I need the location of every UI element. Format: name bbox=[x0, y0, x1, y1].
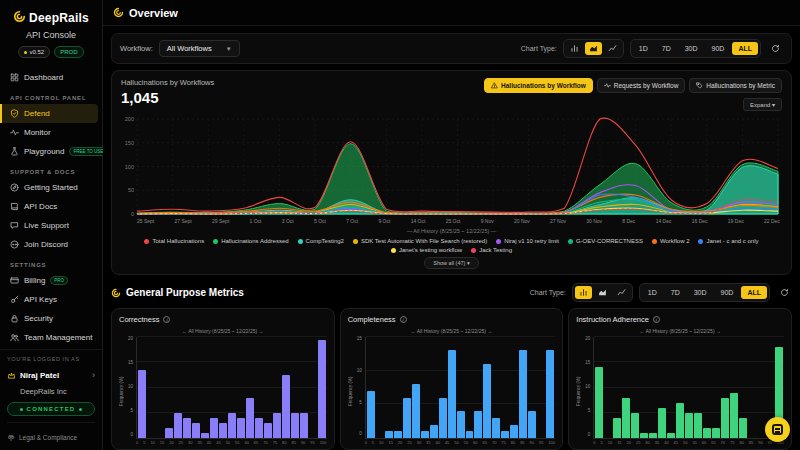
histogram-bar[interactable] bbox=[457, 411, 465, 438]
histogram-bar[interactable] bbox=[649, 433, 657, 438]
workflow-select[interactable]: All Workflows ▼ bbox=[159, 40, 240, 57]
histogram-bar[interactable] bbox=[138, 370, 146, 438]
tab-hallucinations-by-workflow[interactable]: Hallucinations by Workflow bbox=[484, 78, 593, 93]
legend-item-sdk-test-automatic-with-file-search-restored[interactable]: SDK Test Automatic With File Search (res… bbox=[353, 238, 487, 244]
legend-item-workflow-2[interactable]: Workflow 2 bbox=[652, 238, 690, 244]
legal-link[interactable]: Legal & Compliance bbox=[7, 422, 95, 446]
histogram-bar[interactable] bbox=[474, 411, 482, 438]
histogram-bar[interactable] bbox=[676, 403, 684, 438]
histogram-bar[interactable] bbox=[300, 413, 308, 438]
range-90d-button[interactable]: 90D bbox=[715, 286, 740, 299]
hallucinations-chart[interactable]: 050100150200 bbox=[121, 113, 782, 217]
histogram-bar[interactable] bbox=[483, 364, 491, 438]
chart-type-line-button[interactable] bbox=[604, 42, 621, 55]
histogram-bar[interactable] bbox=[237, 418, 245, 438]
tab-hallucinations-by-metric[interactable]: Hallucinations by Metric bbox=[689, 78, 782, 93]
legend-item-total-hallucinations[interactable]: Total Hallucinations bbox=[144, 238, 204, 244]
chart-type-bar-button[interactable] bbox=[566, 42, 583, 55]
histogram-bar[interactable] bbox=[546, 350, 554, 438]
sidebar-item-billing[interactable]: BillingPRO bbox=[0, 271, 102, 290]
histogram-bar[interactable] bbox=[219, 423, 227, 438]
histogram-bar[interactable] bbox=[685, 413, 693, 438]
histogram-bar[interactable] bbox=[721, 398, 729, 438]
histogram-bar[interactable] bbox=[403, 398, 411, 438]
histogram-bar[interactable] bbox=[492, 418, 500, 438]
user-menu[interactable]: Niraj Patel › bbox=[7, 366, 95, 384]
histogram-bar[interactable] bbox=[658, 408, 666, 438]
expand-button[interactable]: Expand ▾ bbox=[743, 98, 782, 111]
sidebar-item-api-docs[interactable]: API Docs bbox=[0, 197, 102, 216]
sidebar-item-getting-started[interactable]: Getting Started bbox=[0, 178, 102, 197]
show-all-button[interactable]: Show all (47) ▾ bbox=[424, 257, 478, 269]
histogram-bar[interactable] bbox=[730, 393, 738, 438]
legend-item-niraj-v1-10-retry-limit[interactable]: Niraj v1 10 retry limit bbox=[496, 238, 559, 244]
range-30d-button[interactable]: 30D bbox=[688, 286, 713, 299]
histogram-bar[interactable] bbox=[273, 413, 281, 438]
chart-type-area-button[interactable] bbox=[594, 286, 611, 299]
histogram-bar[interactable] bbox=[466, 431, 474, 438]
sidebar-item-team-management[interactable]: Team Management bbox=[0, 328, 102, 347]
range-all-button[interactable]: ALL bbox=[732, 42, 758, 55]
histogram-bar[interactable] bbox=[385, 431, 393, 438]
histogram-bar[interactable] bbox=[210, 418, 218, 438]
histogram-bar[interactable] bbox=[421, 431, 429, 438]
legend-item-janet-s-testing-workflow[interactable]: Janet's testing workflow bbox=[391, 247, 462, 253]
sidebar-item-join-discord[interactable]: Join Discord bbox=[0, 235, 102, 254]
legend-item-janet-c-and-c-only[interactable]: Janet - c and c only bbox=[698, 238, 758, 244]
histogram-bar[interactable] bbox=[595, 367, 603, 438]
info-icon[interactable]: i bbox=[653, 316, 660, 323]
range-7d-button[interactable]: 7D bbox=[656, 42, 677, 55]
histogram-bar[interactable] bbox=[264, 423, 272, 438]
metric-chart[interactable] bbox=[593, 337, 784, 439]
metric-chart[interactable] bbox=[136, 337, 327, 439]
histogram-bar[interactable] bbox=[291, 413, 299, 438]
info-icon[interactable]: i bbox=[163, 316, 170, 323]
histogram-bar[interactable] bbox=[739, 418, 747, 438]
histogram-bar[interactable] bbox=[246, 398, 254, 438]
histogram-bar[interactable] bbox=[667, 433, 675, 438]
info-icon[interactable]: i bbox=[400, 316, 407, 323]
sidebar-item-dashboard[interactable]: Dashboard bbox=[0, 68, 102, 87]
histogram-bar[interactable] bbox=[448, 350, 456, 438]
histogram-bar[interactable] bbox=[183, 418, 191, 438]
refresh-button[interactable] bbox=[776, 286, 792, 300]
sidebar-item-monitor[interactable]: Monitor bbox=[0, 123, 102, 142]
histogram-bar[interactable] bbox=[412, 384, 420, 438]
sidebar-item-live-support[interactable]: Live Support bbox=[0, 216, 102, 235]
metric-chart[interactable] bbox=[365, 337, 556, 439]
histogram-bar[interactable] bbox=[703, 428, 711, 438]
histogram-bar[interactable] bbox=[694, 413, 702, 438]
legend-item-jack-testing[interactable]: Jack Testing bbox=[471, 247, 512, 253]
histogram-bar[interactable] bbox=[201, 433, 209, 438]
range-30d-button[interactable]: 30D bbox=[679, 42, 704, 55]
refresh-button[interactable] bbox=[767, 42, 783, 56]
histogram-bar[interactable] bbox=[165, 428, 173, 438]
range-90d-button[interactable]: 90D bbox=[706, 42, 731, 55]
chart-type-area-button[interactable] bbox=[585, 42, 602, 55]
sidebar-item-api-keys[interactable]: API Keys bbox=[0, 290, 102, 309]
range-1d-button[interactable]: 1D bbox=[633, 42, 654, 55]
range-7d-button[interactable]: 7D bbox=[665, 286, 686, 299]
histogram-bar[interactable] bbox=[519, 350, 527, 438]
range-all-button[interactable]: ALL bbox=[741, 286, 767, 299]
histogram-bar[interactable] bbox=[439, 398, 447, 438]
histogram-bar[interactable] bbox=[394, 431, 402, 438]
chart-type-bar-button[interactable] bbox=[575, 286, 592, 299]
histogram-bar[interactable] bbox=[282, 375, 290, 438]
sidebar-item-playground[interactable]: PlaygroundFREE TO USE bbox=[0, 142, 102, 161]
range-1d-button[interactable]: 1D bbox=[642, 286, 663, 299]
sidebar-item-security[interactable]: Security bbox=[0, 309, 102, 328]
chat-fab-button[interactable] bbox=[765, 417, 790, 442]
chart-type-line-button[interactable] bbox=[613, 286, 630, 299]
legend-item-hallucinations-addressed[interactable]: Hallucinations Addressed bbox=[213, 238, 288, 244]
histogram-bar[interactable] bbox=[255, 418, 263, 438]
legend-item-comptesting2[interactable]: CompTesting2 bbox=[298, 238, 344, 244]
tab-requests-by-workflow[interactable]: Requests by Workflow bbox=[597, 78, 686, 93]
histogram-bar[interactable] bbox=[318, 340, 326, 438]
histogram-bar[interactable] bbox=[367, 391, 375, 438]
histogram-bar[interactable] bbox=[430, 425, 438, 438]
histogram-bar[interactable] bbox=[622, 398, 630, 438]
histogram-bar[interactable] bbox=[631, 413, 639, 438]
legend-item-g-oev-correctness[interactable]: G-OEV-CORRECTNESS bbox=[568, 238, 643, 244]
histogram-bar[interactable] bbox=[228, 413, 236, 438]
